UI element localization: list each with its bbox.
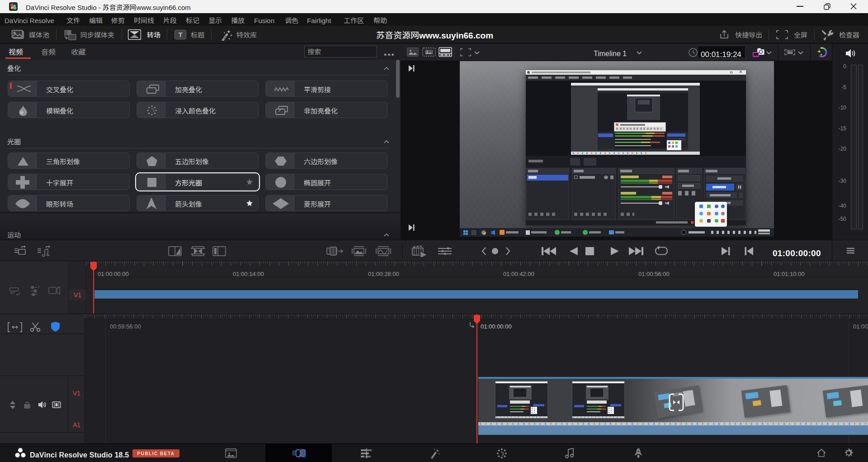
- svg-text:T: T: [179, 31, 183, 38]
